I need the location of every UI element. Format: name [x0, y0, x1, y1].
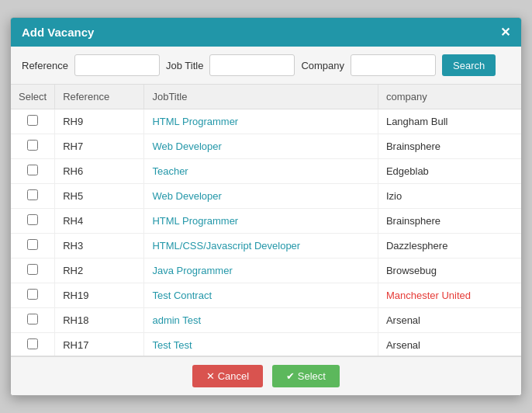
row-job-title: Teacher: [144, 159, 378, 184]
row-company: Arsenal: [378, 333, 521, 357]
dialog-header: Add Vacancy ✕: [11, 18, 521, 47]
row-checkbox[interactable]: [27, 189, 38, 200]
reference-label: Reference: [22, 60, 68, 71]
row-company: Izio: [378, 184, 521, 209]
table-row: RH18admin TestArsenal: [11, 308, 521, 333]
row-checkbox[interactable]: [27, 214, 38, 225]
col-select: Select: [11, 85, 55, 109]
table-row: RH9HTML ProgrammerLangham Bull: [11, 109, 521, 134]
row-reference: RH19: [55, 283, 144, 308]
vacancy-table: Select Reference JobTitle company RH9HTM…: [11, 85, 521, 356]
row-checkbox[interactable]: [27, 140, 38, 151]
row-checkbox-cell: [11, 184, 55, 209]
row-checkbox-cell: [11, 308, 55, 333]
table-header-row: Select Reference JobTitle company: [11, 85, 521, 109]
row-checkbox[interactable]: [27, 239, 38, 250]
company-label: Company: [301, 60, 344, 71]
row-checkbox-cell: [11, 134, 55, 159]
table-row: RH4HTML ProgrammerBrainsphere: [11, 209, 521, 234]
row-job-title: admin Test: [144, 308, 378, 333]
job-title-input[interactable]: [209, 54, 295, 76]
row-company: Manchester United: [378, 283, 521, 308]
table-row: RH17Test TestArsenal: [11, 333, 521, 357]
row-checkbox-cell: [11, 283, 55, 308]
close-button[interactable]: ✕: [500, 26, 510, 39]
row-reference: RH6: [55, 159, 144, 184]
row-job-title: Test Contract: [144, 283, 378, 308]
row-company: Brainsphere: [378, 209, 521, 234]
row-company: Browsebug: [378, 259, 521, 283]
row-checkbox[interactable]: [27, 165, 38, 175]
add-vacancy-dialog: Add Vacancy ✕ Reference Job Title Compan…: [10, 17, 522, 396]
row-reference: RH7: [55, 134, 144, 159]
row-reference: RH17: [55, 333, 144, 357]
row-checkbox-cell: [11, 234, 55, 259]
row-reference: RH5: [55, 184, 144, 209]
row-reference: RH9: [55, 109, 144, 134]
table-row: RH7Web DeveloperBrainsphere: [11, 134, 521, 159]
job-title-label: Job Title: [166, 60, 203, 71]
col-company: company: [378, 85, 521, 109]
select-button[interactable]: ✔ Select: [272, 365, 340, 387]
company-input[interactable]: [351, 54, 436, 76]
cancel-button[interactable]: ✕ Cancel: [192, 365, 263, 387]
row-company: Brainsphere: [378, 134, 521, 159]
row-job-title: HTML Programmer: [144, 209, 378, 234]
row-checkbox[interactable]: [27, 289, 38, 300]
table-row: RH6TeacherEdgeblab: [11, 159, 521, 184]
row-job-title: HTML Programmer: [144, 109, 378, 134]
row-checkbox[interactable]: [27, 115, 38, 126]
dialog-title: Add Vacancy: [22, 26, 94, 39]
row-job-title: HTML/CSS/Javascript Developer: [144, 234, 378, 259]
row-job-title: Test Test: [144, 333, 378, 357]
row-company: Dazzlesphere: [378, 234, 521, 259]
row-checkbox-cell: [11, 109, 55, 134]
table-row: RH3HTML/CSS/Javascript DeveloperDazzlesp…: [11, 234, 521, 259]
table-row: RH19Test ContractManchester United: [11, 283, 521, 308]
row-checkbox[interactable]: [27, 338, 38, 349]
row-job-title: Java Programmer: [144, 259, 378, 283]
row-checkbox[interactable]: [27, 314, 38, 324]
row-checkbox[interactable]: [27, 264, 38, 275]
vacancy-table-container: Select Reference JobTitle company RH9HTM…: [11, 85, 521, 356]
search-button[interactable]: Search: [442, 54, 496, 76]
row-company: Edgeblab: [378, 159, 521, 184]
col-jobtitle: JobTitle: [144, 85, 378, 109]
row-reference: RH4: [55, 209, 144, 234]
row-reference: RH3: [55, 234, 144, 259]
dialog-footer: ✕ Cancel ✔ Select: [11, 356, 521, 395]
search-bar: Reference Job Title Company Search: [11, 47, 521, 85]
row-checkbox-cell: [11, 259, 55, 283]
reference-input[interactable]: [74, 54, 160, 76]
row-job-title: Web Developer: [144, 184, 378, 209]
col-reference: Reference: [55, 85, 144, 109]
row-checkbox-cell: [11, 209, 55, 234]
row-company: Arsenal: [378, 308, 521, 333]
row-checkbox-cell: [11, 159, 55, 184]
row-job-title: Web Developer: [144, 134, 378, 159]
row-checkbox-cell: [11, 333, 55, 357]
row-reference: RH2: [55, 259, 144, 283]
table-row: RH2Java ProgrammerBrowsebug: [11, 259, 521, 283]
row-company: Langham Bull: [378, 109, 521, 134]
row-reference: RH18: [55, 308, 144, 333]
table-row: RH5Web DeveloperIzio: [11, 184, 521, 209]
